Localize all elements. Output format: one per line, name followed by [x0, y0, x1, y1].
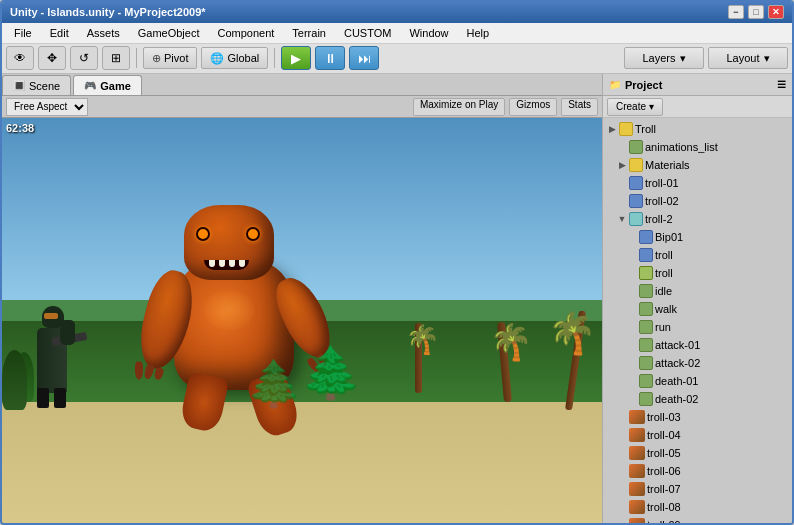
- app-window: Unity - Islands.unity - MyProject2009* −…: [0, 0, 794, 525]
- layers-dropdown[interactable]: Layers ▾: [624, 47, 704, 69]
- close-button[interactable]: ✕: [768, 5, 784, 19]
- troll05-icon: [629, 446, 645, 460]
- troll05-arrow: ·: [617, 448, 627, 458]
- troll-folder-icon: [619, 122, 633, 136]
- game-toolbar: Free Aspect Maximize on Play Gizmos Stat…: [2, 96, 602, 118]
- rotate-tool-button[interactable]: ↺: [70, 46, 98, 70]
- project-panel: 📁 Project ☰ Create ▾ ▶ Troll: [602, 74, 792, 523]
- titlebar: Unity - Islands.unity - MyProject2009* −…: [2, 2, 792, 23]
- tree-item-attack-02[interactable]: · attack-02: [603, 354, 792, 372]
- bip01-icon: [639, 230, 653, 244]
- death01-label: death-01: [655, 375, 698, 387]
- troll06-label: troll-06: [647, 465, 681, 477]
- troll2-icon: [629, 212, 643, 226]
- menu-custom[interactable]: CUSTOM: [336, 25, 399, 41]
- menu-assets[interactable]: Assets: [79, 25, 128, 41]
- troll-mesh-icon: [639, 248, 653, 262]
- tree-item-death-02[interactable]: · death-02: [603, 390, 792, 408]
- menu-window[interactable]: Window: [401, 25, 456, 41]
- menu-edit[interactable]: Edit: [42, 25, 77, 41]
- run-label: run: [655, 321, 671, 333]
- project-tree[interactable]: ▶ Troll · animations_list ▶ Materials: [603, 118, 792, 523]
- tree-item-troll-02[interactable]: · troll-02: [603, 192, 792, 210]
- tree-item-troll-05[interactable]: · troll-05: [603, 444, 792, 462]
- troll04-arrow: ·: [617, 430, 627, 440]
- tree-item-troll-08[interactable]: · troll-08: [603, 498, 792, 516]
- tree-item-troll-03[interactable]: · troll-03: [603, 408, 792, 426]
- tree-item-troll[interactable]: ▶ Troll: [603, 120, 792, 138]
- pivot-button[interactable]: ⊕ Pivot: [143, 47, 197, 69]
- maximize-button[interactable]: □: [748, 5, 764, 19]
- pause-button[interactable]: ⏸: [315, 46, 345, 70]
- tree-item-walk[interactable]: · walk: [603, 300, 792, 318]
- attack02-label: attack-02: [655, 357, 700, 369]
- gizmos-button[interactable]: Gizmos: [509, 98, 557, 116]
- tree-item-troll-01[interactable]: · troll-01: [603, 174, 792, 192]
- minimize-button[interactable]: −: [728, 5, 744, 19]
- tree-item-run[interactable]: · run: [603, 318, 792, 336]
- death02-label: death-02: [655, 393, 698, 405]
- attack02-icon: [639, 356, 653, 370]
- death01-icon: [639, 374, 653, 388]
- troll09-label: troll-09: [647, 519, 681, 523]
- troll03-label: troll-03: [647, 411, 681, 423]
- view-tool-button[interactable]: 👁: [6, 46, 34, 70]
- bush-2: [2, 350, 27, 410]
- tree-item-troll-06[interactable]: · troll-06: [603, 462, 792, 480]
- tree-item-troll-2[interactable]: ▼ troll-2: [603, 210, 792, 228]
- troll09-arrow: ·: [617, 520, 627, 523]
- project-menu-icon[interactable]: ☰: [777, 79, 786, 90]
- tree-item-attack-01[interactable]: · attack-01: [603, 336, 792, 354]
- play-button[interactable]: ▶: [281, 46, 311, 70]
- menu-help[interactable]: Help: [459, 25, 498, 41]
- materials-folder-icon: [629, 158, 643, 172]
- scene-background: 🌴 🌴 🌴: [2, 118, 602, 523]
- menu-file[interactable]: File: [6, 25, 40, 41]
- tree-item-idle[interactable]: · idle: [603, 282, 792, 300]
- death02-icon: [639, 392, 653, 406]
- project-folder-icon: 📁: [609, 79, 621, 90]
- troll-mesh-label: troll: [655, 249, 673, 261]
- troll01-label: troll-01: [645, 177, 679, 189]
- menubar: File Edit Assets GameObject Component Te…: [2, 23, 792, 44]
- scene-icon: 🔳: [13, 80, 25, 91]
- palm-tree-3: 🌴: [415, 323, 422, 393]
- scene-tab-label: Scene: [29, 80, 60, 92]
- stats-button[interactable]: Stats: [561, 98, 598, 116]
- scale-tool-button[interactable]: ⊞: [102, 46, 130, 70]
- tree-item-troll-09[interactable]: · troll-09: [603, 516, 792, 523]
- bg-tree-2: 🌲: [246, 357, 302, 410]
- tree-item-death-01[interactable]: · death-01: [603, 372, 792, 390]
- troll08-icon: [629, 500, 645, 514]
- create-button[interactable]: Create ▾: [607, 98, 663, 116]
- walk-label: walk: [655, 303, 677, 315]
- menu-terrain[interactable]: Terrain: [284, 25, 334, 41]
- toolbar: 👁 ✥ ↺ ⊞ ⊕ Pivot 🌐 Global ▶ ⏸ ⏭ Layers ▾ …: [2, 44, 792, 74]
- troll-script-arrow: ·: [627, 268, 637, 278]
- pivot-label: Pivot: [164, 52, 188, 64]
- global-button[interactable]: 🌐 Global: [201, 47, 268, 69]
- troll09-icon: [629, 518, 645, 523]
- tab-game[interactable]: 🎮 Game: [73, 75, 142, 95]
- aspect-select[interactable]: Free Aspect: [6, 98, 88, 116]
- maximize-on-play-button[interactable]: Maximize on Play: [413, 98, 505, 116]
- troll04-label: troll-04: [647, 429, 681, 441]
- move-tool-button[interactable]: ✥: [38, 46, 66, 70]
- menu-gameobject[interactable]: GameObject: [130, 25, 208, 41]
- menu-component[interactable]: Component: [209, 25, 282, 41]
- tree-item-troll-04[interactable]: · troll-04: [603, 426, 792, 444]
- layout-dropdown[interactable]: Layout ▾: [708, 47, 788, 69]
- tree-item-materials[interactable]: ▶ Materials: [603, 156, 792, 174]
- project-header: 📁 Project ☰: [603, 74, 792, 96]
- layout-chevron-icon: ▾: [764, 52, 770, 65]
- tree-item-troll-script[interactable]: · troll: [603, 264, 792, 282]
- tree-item-troll-mesh[interactable]: · troll: [603, 246, 792, 264]
- tree-item-troll-07[interactable]: · troll-07: [603, 480, 792, 498]
- monster-character: [134, 200, 334, 450]
- left-panels: 🔳 Scene 🎮 Game Free Aspect Maximize on P…: [2, 74, 602, 523]
- step-button[interactable]: ⏭: [349, 46, 379, 70]
- tree-item-bip01[interactable]: · Bip01: [603, 228, 792, 246]
- troll04-icon: [629, 428, 645, 442]
- tab-scene[interactable]: 🔳 Scene: [2, 75, 71, 95]
- tree-item-animations-list[interactable]: · animations_list: [603, 138, 792, 156]
